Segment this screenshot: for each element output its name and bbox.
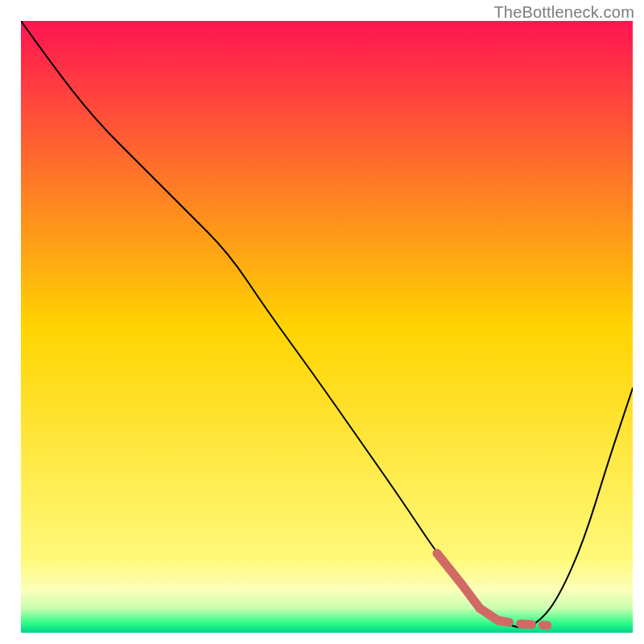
plot-area xyxy=(21,21,633,633)
chart-canvas xyxy=(21,21,633,633)
attribution-label: TheBottleneck.com xyxy=(493,3,634,22)
chart-wrapper: TheBottleneck.com xyxy=(0,0,644,644)
